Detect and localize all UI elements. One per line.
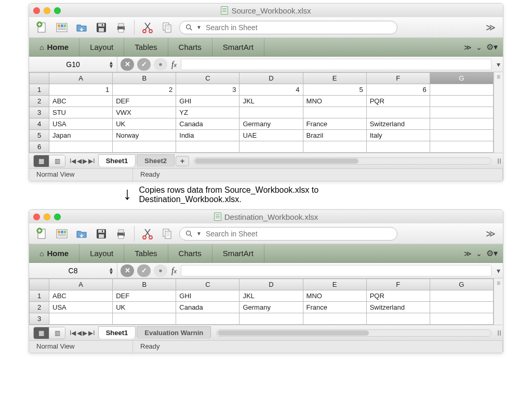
- row-header-3[interactable]: 3: [30, 107, 49, 118]
- cell-C2[interactable]: Canada: [176, 302, 240, 313]
- search-dropdown-icon[interactable]: ▼: [196, 24, 202, 30]
- col-header-A[interactable]: A: [49, 279, 113, 290]
- split-handle-icon[interactable]: ≡: [494, 280, 503, 287]
- col-header-F[interactable]: F: [366, 73, 430, 84]
- col-header-D[interactable]: D: [240, 279, 303, 290]
- name-box-stepper-icon[interactable]: ▲▼: [109, 61, 114, 68]
- cell-F3[interactable]: [366, 313, 430, 325]
- new-document-button[interactable]: [34, 226, 50, 242]
- name-box[interactable]: G10 ▲▼: [29, 57, 117, 72]
- cell-C1[interactable]: GHI: [176, 290, 240, 302]
- cell-G3[interactable]: [430, 107, 493, 118]
- formula-input[interactable]: [181, 59, 491, 70]
- cell-E4[interactable]: France: [303, 118, 366, 130]
- col-header-G[interactable]: G: [430, 279, 493, 290]
- enter-formula-button[interactable]: ✓: [137, 58, 151, 71]
- insert-function-button[interactable]: ●: [154, 58, 167, 71]
- open-button[interactable]: [74, 226, 89, 242]
- cut-button[interactable]: [140, 20, 155, 35]
- cell-D5[interactable]: UAE: [240, 130, 303, 141]
- search-dropdown-icon[interactable]: ▼: [196, 231, 202, 236]
- cell-C1[interactable]: 3: [176, 84, 240, 96]
- copy-button[interactable]: [159, 20, 175, 35]
- cell-A3[interactable]: STU: [49, 107, 113, 118]
- split-handle-icon[interactable]: II: [496, 329, 503, 337]
- row-header-4[interactable]: 4: [30, 118, 49, 130]
- cell-F4[interactable]: Switzerland: [366, 118, 430, 130]
- cell-C6[interactable]: [176, 141, 240, 153]
- copy-button[interactable]: [159, 226, 175, 242]
- cell-B4[interactable]: UK: [113, 118, 176, 130]
- vertical-scrollbar[interactable]: ≡: [494, 278, 503, 325]
- row-header-2[interactable]: 2: [30, 96, 49, 107]
- split-handle-icon[interactable]: ≡: [494, 73, 503, 81]
- sheet-tab[interactable]: Sheet2: [137, 154, 175, 167]
- cell-B1[interactable]: DEF: [113, 290, 176, 302]
- col-header-B[interactable]: B: [113, 279, 176, 290]
- first-sheet-icon[interactable]: I◀: [70, 157, 76, 165]
- search-field[interactable]: ▼: [179, 227, 397, 241]
- sheet-nav-buttons[interactable]: I◀ ◀ ▶ ▶I: [70, 157, 95, 165]
- cell-B3[interactable]: VWX: [113, 107, 176, 118]
- cell-C3[interactable]: YZ: [176, 107, 240, 118]
- col-header-C[interactable]: C: [176, 73, 240, 84]
- row-header-5[interactable]: 5: [30, 130, 49, 141]
- gear-icon[interactable]: ⚙︎▾: [486, 42, 498, 52]
- cell-B1[interactable]: 2: [113, 84, 176, 96]
- cell-C4[interactable]: Canada: [176, 118, 240, 130]
- page-layout-view-button[interactable]: ▥: [49, 327, 65, 339]
- cell-F2[interactable]: Switzerland: [366, 302, 430, 313]
- cell-F2[interactable]: PQR: [366, 96, 430, 107]
- row-header-1[interactable]: 1: [30, 290, 49, 302]
- next-sheet-icon[interactable]: ▶: [83, 157, 87, 165]
- cell-E6[interactable]: [303, 141, 366, 153]
- cell-D6[interactable]: [240, 141, 303, 153]
- cell-F1[interactable]: 6: [366, 84, 430, 96]
- cell-E3[interactable]: [303, 313, 366, 325]
- prev-sheet-icon[interactable]: ◀: [77, 157, 82, 165]
- cell-A3[interactable]: [49, 313, 113, 325]
- search-input[interactable]: [205, 23, 392, 32]
- vertical-scrollbar[interactable]: ≡: [494, 72, 503, 153]
- select-all-corner[interactable]: [30, 73, 49, 84]
- cell-grid[interactable]: ABCDEFG11234562ABCDEFGHIJKLMNOPQR3STUVWX…: [29, 72, 494, 153]
- col-header-E[interactable]: E: [303, 279, 366, 290]
- col-header-B[interactable]: B: [113, 73, 176, 84]
- enter-formula-button[interactable]: ✓: [137, 264, 151, 277]
- next-sheet-icon[interactable]: ▶: [83, 329, 87, 337]
- cell-E2[interactable]: MNO: [303, 96, 366, 107]
- prev-sheet-icon[interactable]: ◀: [77, 329, 82, 337]
- cell-B3[interactable]: [113, 313, 176, 325]
- cell-F5[interactable]: Italy: [366, 130, 430, 141]
- cell-A5[interactable]: Japan: [49, 130, 113, 141]
- cell-D2[interactable]: Germany: [240, 302, 303, 313]
- cell-G6[interactable]: [430, 141, 493, 153]
- cell-D4[interactable]: Germany: [240, 118, 303, 130]
- sheet-tab[interactable]: Evaluation Warnin: [137, 326, 211, 339]
- print-button[interactable]: [113, 226, 129, 242]
- cell-D1[interactable]: JKL: [240, 290, 303, 302]
- sheet-tab[interactable]: Sheet1: [98, 154, 136, 167]
- page-layout-view-button[interactable]: ▥: [49, 155, 65, 167]
- formula-input[interactable]: [181, 265, 491, 276]
- save-button[interactable]: [94, 20, 109, 35]
- row-header-3[interactable]: 3: [30, 313, 49, 325]
- cell-F3[interactable]: [366, 107, 430, 118]
- cell-C5[interactable]: India: [176, 130, 240, 141]
- cell-A6[interactable]: [49, 141, 113, 153]
- sheet-tab[interactable]: Sheet1: [98, 326, 136, 339]
- save-button[interactable]: [94, 226, 109, 242]
- col-header-D[interactable]: D: [240, 73, 303, 84]
- name-box-stepper-icon[interactable]: ▲▼: [109, 267, 114, 274]
- horizontal-scrollbar[interactable]: [216, 329, 491, 337]
- cell-F1[interactable]: PQR: [366, 290, 430, 302]
- cell-G4[interactable]: [430, 118, 493, 130]
- cell-D3[interactable]: [240, 107, 303, 118]
- cell-C2[interactable]: GHI: [176, 96, 240, 107]
- cell-D2[interactable]: JKL: [240, 96, 303, 107]
- ribbon-overflow-icon[interactable]: ≫: [464, 43, 472, 51]
- toolbar-overflow-icon[interactable]: ≫: [484, 228, 498, 240]
- cell-G2[interactable]: [430, 302, 493, 313]
- cell-E2[interactable]: France: [303, 302, 366, 313]
- ribbon-tab-charts[interactable]: Charts: [168, 38, 212, 56]
